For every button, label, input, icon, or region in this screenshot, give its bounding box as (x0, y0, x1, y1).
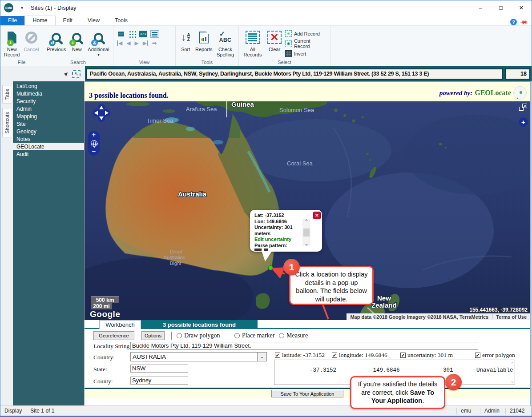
map-add-icon[interactable]: + (519, 117, 528, 127)
pan-right-icon[interactable] (105, 111, 109, 115)
map-popout-icon[interactable]: ↗ (519, 104, 527, 111)
scroll-down-icon[interactable]: ⌄ (305, 242, 308, 246)
scroll-thumb[interactable] (303, 229, 310, 237)
globe-icon[interactable] (91, 140, 97, 147)
scroll-down-icon[interactable]: ⌄ (511, 378, 514, 384)
tab-edit[interactable]: Edit (56, 16, 81, 25)
georeference-button[interactable]: Georeference (93, 331, 134, 340)
minimize-button[interactable]: – (470, 0, 491, 15)
county-input[interactable]: Sydney (130, 377, 188, 385)
locality-string-input[interactable]: Buckle Motors Pty Ltd, 119-129 William S… (130, 342, 478, 350)
previous-button[interactable]: ↺ Previous (46, 28, 67, 52)
clear-selection-button[interactable]: ✕ Clear (266, 28, 283, 52)
scroll-up-icon[interactable]: ⌃ (305, 219, 308, 223)
powered-by-label: powered by: (439, 89, 473, 97)
code-view-icon[interactable]: </> (139, 31, 147, 38)
map-canvas[interactable]: Guinea Arafura Sea Timor Sea Solomon Sea… (85, 101, 530, 320)
balloon-close-icon[interactable]: ✕ (313, 212, 321, 219)
reports-button[interactable]: Reports (195, 28, 214, 52)
add-record-menu-item[interactable]: ✳ Add Record (285, 30, 327, 37)
list-view-icon[interactable] (117, 31, 125, 38)
tab-tools[interactable]: Tools (107, 16, 135, 25)
save-to-application-button[interactable]: Save To Your Application (271, 390, 343, 397)
details-view-icon-selected[interactable] (150, 30, 159, 38)
draw-polygon-radio[interactable]: Draw polygon (177, 332, 220, 339)
marquee-select-icon[interactable]: ↖ (72, 70, 81, 78)
additional-search-button[interactable]: & Additional ▾ (87, 28, 110, 56)
sidebar-item-security[interactable]: Security (13, 97, 84, 105)
error-polygon-checkbox[interactable]: ✓error polygon (475, 352, 515, 359)
pan-up-icon[interactable] (99, 106, 104, 109)
all-records-button[interactable]: All Records (242, 28, 264, 57)
summary-row: ➤ ↖ Pacific Ocean, Australasia, Australi… (0, 66, 532, 81)
map-pan-control[interactable] (92, 104, 111, 130)
pan-left-icon[interactable] (94, 111, 98, 115)
tab-workbench[interactable]: Workbench (99, 320, 141, 329)
measure-radio[interactable]: Measure (279, 332, 308, 339)
options-button[interactable]: Options (141, 331, 165, 340)
invert-selection-menu-item[interactable]: Invert (285, 50, 327, 57)
clear-selection-icon: ✕ (267, 29, 282, 45)
first-record-icon[interactable]: ◀ (117, 40, 122, 46)
current-record-menu-item[interactable]: ◉ Current Record (285, 38, 327, 49)
terms-of-use-link[interactable]: Terms of Use (492, 314, 530, 320)
tab-view[interactable]: View (80, 16, 107, 25)
results-scrollbar[interactable]: ⌃ ⌄ (511, 361, 514, 384)
new-record-button[interactable]: + New Record (3, 28, 21, 57)
state-input[interactable]: NSW (130, 365, 188, 373)
cancel-button[interactable]: Cancel (23, 28, 40, 52)
sidebar-item-site[interactable]: Site (13, 120, 84, 128)
country-select[interactable]: AUSTRALIA ⌄ (130, 352, 267, 361)
tabs-sidebar: Lat/Long Multimedia Security Admin Mappi… (13, 81, 84, 406)
sidebar-item-admin[interactable]: Admin (13, 105, 84, 112)
pan-down-icon[interactable] (99, 116, 104, 120)
sidebar-item-geolocate[interactable]: GEOLocate (13, 143, 84, 150)
rail-tab-shortcuts[interactable]: Shortcuts (2, 108, 12, 138)
check-spelling-icon: ✓ABC (219, 29, 232, 45)
location-marker[interactable] (268, 265, 273, 270)
cursor-arrow-icon[interactable]: ➤ (61, 69, 70, 78)
zoom-out-icon[interactable]: − (92, 148, 96, 155)
result-row[interactable]: -37.3152 149.6846 301 Unavailable (310, 367, 513, 373)
uncertainty-checkbox[interactable]: ✓uncertainty: 301 m (400, 352, 453, 359)
chevron-down-icon[interactable]: ⌄ (257, 353, 266, 361)
check-spelling-button[interactable]: ✓ABC Check Spelling (215, 28, 236, 57)
status-bar: Display Site 1 of 1 emu Admin 21042 (0, 405, 532, 416)
sidebar-item-mapping[interactable]: Mapping (13, 112, 84, 120)
sidebar-item-geology[interactable]: Geology (13, 128, 84, 135)
scroll-up-icon[interactable]: ⌃ (511, 361, 514, 367)
close-button[interactable]: ✕ (511, 0, 532, 15)
rail-tab-tabs[interactable]: Tabs (2, 85, 12, 104)
sea-label-coral: Coral Sea (287, 160, 313, 167)
next-record-icon[interactable]: ▶ (134, 40, 138, 46)
tab-possible-locations[interactable]: 3 possible locations found (141, 320, 258, 329)
maximize-button[interactable]: □ (491, 0, 511, 15)
sidebar-item-latlong[interactable]: Lat/Long (13, 82, 84, 90)
new-search-button[interactable]: + New (69, 28, 85, 52)
previous-record-icon[interactable]: ◀ (126, 40, 130, 46)
balloon-scrollbar[interactable]: ⌃ ⌄ (302, 219, 310, 246)
place-marker-radio[interactable]: Place marker (234, 332, 274, 339)
goto-record-icon[interactable]: ➡ (152, 40, 157, 46)
ribbon: + New Record Cancel File ↺ Previous + (0, 25, 532, 66)
map-label-bight-2: Australian (164, 255, 185, 260)
longitude-checkbox[interactable]: ✓longitude: 149.6846 (332, 352, 387, 359)
step-2-badge: 2 (445, 374, 462, 390)
zoom-in-icon[interactable]: + (92, 132, 96, 138)
tab-file[interactable]: File (0, 16, 24, 25)
latitude-checkbox[interactable]: ✓latitude: -37.3152 (275, 352, 325, 359)
sidebar-item-multimedia[interactable]: Multimedia (13, 90, 84, 97)
map-scale: 500 km 200 mi (91, 297, 119, 309)
help-icon[interactable]: ? (510, 19, 517, 25)
tab-home[interactable]: Home (24, 16, 55, 25)
quick-access-caret-icon[interactable]: ▾ (21, 5, 23, 10)
map-zoom-control[interactable]: + − (88, 131, 100, 156)
sidebar-item-notes[interactable]: Notes (13, 135, 84, 143)
last-record-icon[interactable]: ▶ (143, 40, 148, 46)
grid-view-icon[interactable] (128, 31, 136, 38)
sidebar-item-audit[interactable]: Audit (13, 150, 84, 158)
balloon-clipped-line (254, 249, 320, 251)
edit-uncertainty-link[interactable]: Edit uncertainty (254, 237, 302, 243)
country-value: AUSTRALIA (131, 353, 257, 360)
sort-button[interactable]: ↓AZ Sort (178, 28, 193, 52)
